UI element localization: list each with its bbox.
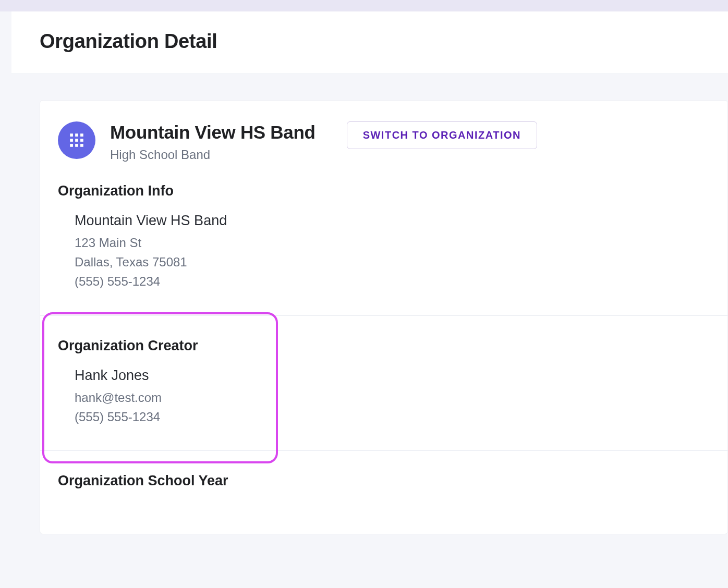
organization-school-year-section: Organization School Year xyxy=(40,450,727,534)
organization-type: High School Band xyxy=(110,148,316,162)
svg-rect-8 xyxy=(80,144,83,147)
svg-rect-1 xyxy=(75,133,78,137)
page-header: Organization Detail xyxy=(11,11,728,74)
organization-grid-icon xyxy=(58,121,95,159)
organization-header: Mountain View HS Band High School Band S… xyxy=(40,101,727,183)
organization-address-line2: Dallas, Texas 75081 xyxy=(75,252,710,272)
organization-address-line1: 123 Main St xyxy=(75,233,710,252)
organization-info-block: Mountain View HS Band 123 Main St Dallas… xyxy=(58,213,710,291)
svg-rect-6 xyxy=(70,144,73,147)
organization-name: Mountain View HS Band xyxy=(110,121,316,143)
switch-to-organization-button[interactable]: SWITCH TO ORGANIZATION xyxy=(347,121,537,149)
organization-title-block: Mountain View HS Band High School Band xyxy=(110,121,316,162)
organization-creator-block: Hank Jones hank@test.com (555) 555-1234 xyxy=(58,368,710,426)
organization-school-year-title: Organization School Year xyxy=(58,473,710,489)
svg-rect-7 xyxy=(75,144,78,147)
organization-creator-title: Organization Creator xyxy=(58,338,710,354)
content-area: Mountain View HS Band High School Band S… xyxy=(11,74,728,534)
organization-info-title: Organization Info xyxy=(58,183,710,199)
organization-info-name: Mountain View HS Band xyxy=(75,213,710,229)
organization-card: Mountain View HS Band High School Band S… xyxy=(40,100,728,534)
grid-icon xyxy=(68,131,86,149)
top-banner xyxy=(0,0,728,11)
svg-rect-3 xyxy=(70,139,73,142)
svg-rect-2 xyxy=(80,133,83,137)
organization-phone: (555) 555-1234 xyxy=(75,272,710,291)
organization-creator-section: Organization Creator Hank Jones hank@tes… xyxy=(40,315,727,450)
organization-info-section: Organization Info Mountain View HS Band … xyxy=(40,183,727,315)
svg-rect-4 xyxy=(75,139,78,142)
svg-rect-0 xyxy=(70,133,73,137)
page-title: Organization Detail xyxy=(40,30,700,53)
creator-email: hank@test.com xyxy=(75,388,710,407)
svg-rect-5 xyxy=(80,139,83,142)
creator-name: Hank Jones xyxy=(75,368,710,384)
creator-phone: (555) 555-1234 xyxy=(75,407,710,426)
